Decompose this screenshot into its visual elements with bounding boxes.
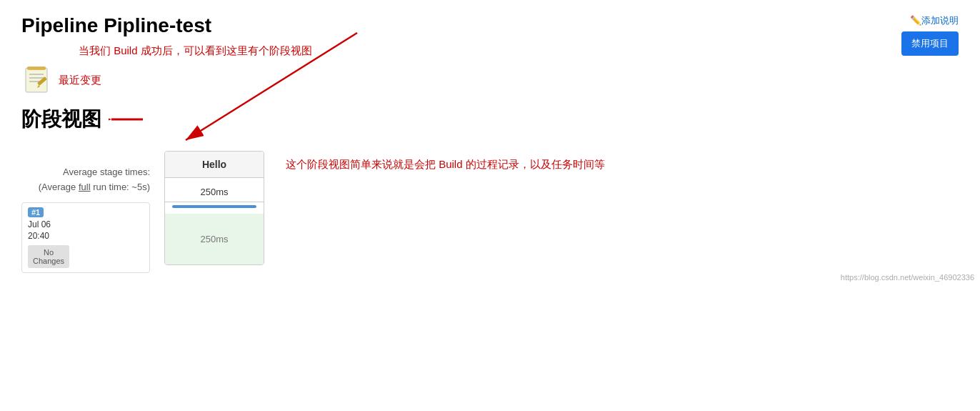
stage-view-container: Average stage times: (Average full run t… bbox=[21, 144, 959, 273]
stage-stats: Average stage times: (Average full run t… bbox=[21, 165, 150, 195]
page-title: Pipeline Pipline-test bbox=[21, 14, 959, 37]
build-date: Jul 06 20:40 bbox=[28, 219, 144, 243]
stage-panel-time-bottom: 250ms bbox=[165, 214, 264, 264]
stage-panel-header: Hello bbox=[165, 152, 264, 178]
no-changes-button[interactable]: NoChanges bbox=[28, 245, 69, 268]
avg-full-run-label: (Average full run time: ~5s) bbox=[21, 180, 150, 195]
add-description-button[interactable]: ✏️添加说明 bbox=[910, 14, 959, 27]
stage-left-panel: Average stage times: (Average full run t… bbox=[21, 144, 150, 273]
notepad-icon bbox=[21, 65, 51, 95]
watermark: https://blog.csdn.net/weixin_46902336 bbox=[841, 273, 974, 282]
disable-project-button[interactable]: 禁用项目 bbox=[901, 31, 959, 56]
avg-stage-times-label: Average stage times: bbox=[21, 165, 150, 180]
recent-changes-link[interactable]: 最近变更 bbox=[59, 74, 101, 87]
stage-view-section-title: 阶段视图 bbox=[21, 106, 959, 133]
stage-panel-hello: Hello 250ms 250ms bbox=[164, 151, 264, 265]
top-right-buttons: ✏️添加说明 禁用项目 bbox=[901, 14, 959, 56]
stage-progress-bar bbox=[172, 205, 256, 208]
build-card: #1 Jul 06 20:40 NoChanges bbox=[21, 202, 150, 274]
svg-rect-6 bbox=[27, 66, 46, 70]
annotation-stage-description: 这个阶段视图简单来说就是会把 Build 的过程记录，以及任务时间等 bbox=[286, 158, 605, 172]
recent-changes-section: 最近变更 bbox=[21, 65, 959, 95]
annotation-build-success: 当我们 Build 成功后，可以看到这里有个阶段视图 bbox=[79, 44, 959, 58]
build-number-badge: #1 bbox=[28, 207, 44, 217]
stage-panel-time-top: 250ms bbox=[165, 178, 264, 202]
left-arrow-icon bbox=[109, 110, 144, 129]
stage-section-label: 阶段视图 bbox=[21, 106, 101, 133]
